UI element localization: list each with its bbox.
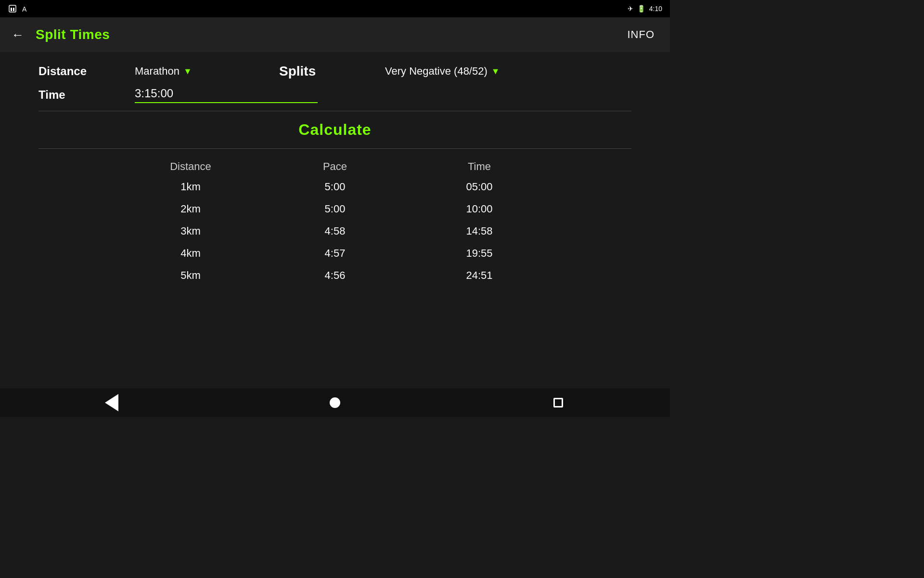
cell-distance-3: 4km xyxy=(118,247,263,260)
back-button[interactable]: ← xyxy=(12,27,24,42)
table-row: 1km5:0005:00 xyxy=(118,181,552,193)
status-time: 4:10 xyxy=(649,5,662,13)
status-bar-right: ✈ 🔋 4:10 xyxy=(628,5,662,13)
cell-distance-1: 2km xyxy=(118,203,263,215)
svg-rect-2 xyxy=(13,8,14,11)
info-button[interactable]: INFO xyxy=(627,28,654,41)
controls-row: Distance Marathon ▼ Splits Very Negative… xyxy=(38,64,631,79)
cell-time-3: 19:55 xyxy=(407,247,552,260)
time-row: Time xyxy=(38,87,631,103)
svg-text:A: A xyxy=(22,5,27,13)
bottom-nav xyxy=(0,388,670,417)
table-header: Distance Pace Time xyxy=(118,160,552,173)
nav-back-icon xyxy=(105,394,118,411)
airplane-icon: ✈ xyxy=(628,5,633,13)
splits-dropdown-value: Very Negative (48/52) xyxy=(385,65,488,78)
app-title: Split Times xyxy=(36,27,110,42)
cell-pace-1: 5:00 xyxy=(263,203,407,215)
table-row: 5km4:5624:51 xyxy=(118,269,552,282)
svg-rect-0 xyxy=(9,5,16,12)
distance-dropdown-arrow: ▼ xyxy=(183,66,192,77)
cell-time-2: 14:58 xyxy=(407,225,552,237)
cell-pace-0: 5:00 xyxy=(263,181,407,193)
cell-time-0: 05:00 xyxy=(407,181,552,193)
table-row: 4km4:5719:55 xyxy=(118,247,552,260)
time-input[interactable] xyxy=(135,87,318,103)
splits-dropdown-arrow: ▼ xyxy=(491,66,500,77)
distance-dropdown-value: Marathon xyxy=(135,65,180,78)
calculate-button[interactable]: Calculate xyxy=(298,121,371,139)
accessibility-icon: A xyxy=(21,4,31,13)
cell-time-1: 10:00 xyxy=(407,203,552,215)
status-bar: A ✈ 🔋 4:10 xyxy=(0,0,670,17)
time-input-container xyxy=(135,87,318,103)
status-bar-left: A xyxy=(8,4,31,13)
cell-distance-2: 3km xyxy=(118,225,263,237)
main-content: Distance Marathon ▼ Splits Very Negative… xyxy=(0,52,670,282)
results-table: Distance Pace Time 1km5:0005:002km5:0010… xyxy=(118,160,552,282)
nav-home-icon xyxy=(330,397,340,408)
nav-home-button[interactable] xyxy=(323,391,347,415)
table-row: 2km5:0010:00 xyxy=(118,203,552,215)
cell-distance-0: 1km xyxy=(118,181,263,193)
col-header-pace: Pace xyxy=(263,160,407,173)
calculate-container: Calculate xyxy=(38,121,631,139)
distance-label: Distance xyxy=(38,65,135,78)
cell-distance-4: 5km xyxy=(118,269,263,282)
table-body: 1km5:0005:002km5:0010:003km4:5814:584km4… xyxy=(118,181,552,282)
time-label: Time xyxy=(38,88,135,102)
divider-bottom xyxy=(38,148,631,149)
col-header-time: Time xyxy=(407,160,552,173)
nav-recent-icon xyxy=(553,398,563,407)
sim-icon xyxy=(8,4,17,13)
splits-dropdown[interactable]: Very Negative (48/52) ▼ xyxy=(385,65,500,78)
cell-time-4: 24:51 xyxy=(407,269,552,282)
distance-dropdown[interactable]: Marathon ▼ xyxy=(135,65,241,78)
cell-pace-2: 4:58 xyxy=(263,225,407,237)
nav-recent-button[interactable] xyxy=(546,391,570,415)
nav-back-button[interactable] xyxy=(100,391,124,415)
cell-pace-3: 4:57 xyxy=(263,247,407,260)
app-bar: ← Split Times INFO xyxy=(0,17,670,52)
svg-rect-1 xyxy=(11,8,12,11)
table-row: 3km4:5814:58 xyxy=(118,225,552,237)
divider-top xyxy=(38,111,631,111)
splits-label: Splits xyxy=(279,64,385,79)
col-header-distance: Distance xyxy=(118,160,263,173)
battery-icon: 🔋 xyxy=(637,5,645,13)
cell-pace-4: 4:56 xyxy=(263,269,407,282)
